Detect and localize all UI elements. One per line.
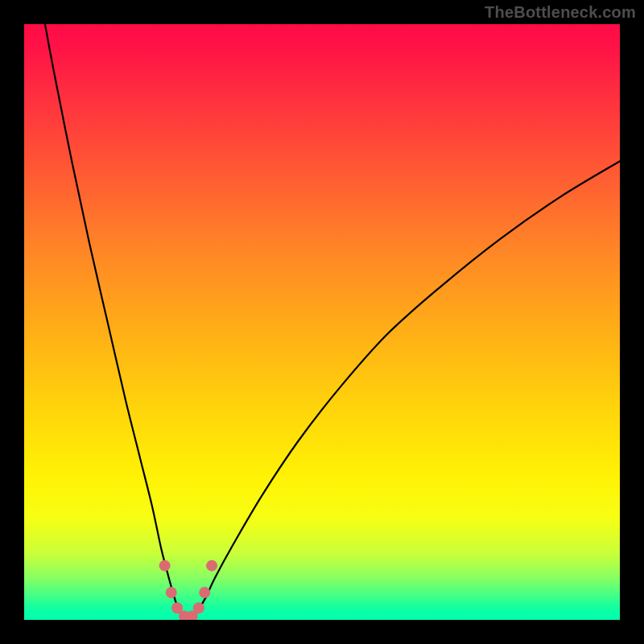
marker-dot xyxy=(206,560,217,572)
chart-frame: TheBottleneck.com xyxy=(0,0,644,644)
watermark-text: TheBottleneck.com xyxy=(485,3,636,22)
near-optimal-markers xyxy=(24,24,620,620)
marker-dot xyxy=(159,560,171,572)
marker-dot xyxy=(199,587,210,598)
marker-dot xyxy=(166,587,177,598)
plot-area xyxy=(24,24,620,620)
marker-dot xyxy=(193,602,204,613)
